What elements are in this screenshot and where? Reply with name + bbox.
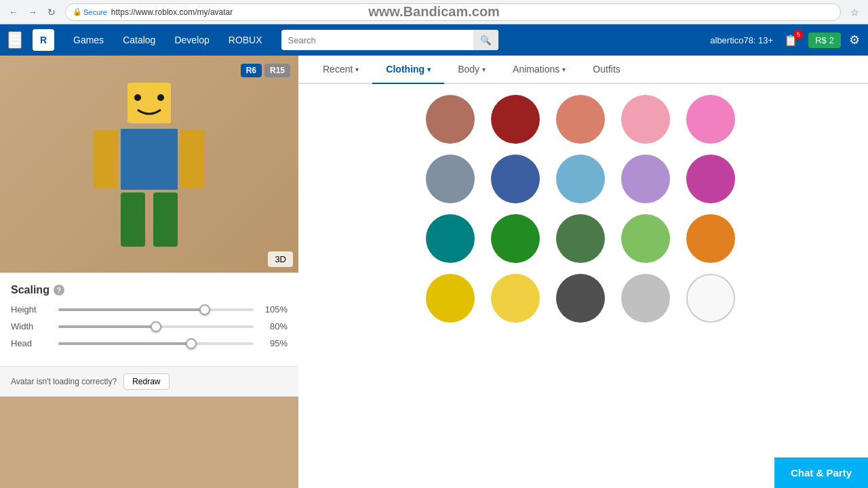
right-panel: Recent ▾ Clothing ▾ Body ▾ Animations ▾ …: [298, 56, 868, 488]
animations-chevron-icon: ▾: [562, 66, 566, 73]
notifications-button[interactable]: 📋 5: [781, 31, 800, 49]
tab-animations[interactable]: Animations ▾: [499, 56, 579, 84]
scaling-section: Scaling ? Height 105% Width 80%: [0, 272, 298, 366]
tab-body[interactable]: Body ▾: [444, 56, 499, 84]
color-salmon[interactable]: [556, 95, 605, 144]
forward-button[interactable]: →: [24, 4, 41, 20]
color-pink[interactable]: [686, 95, 735, 144]
height-slider-fill: [58, 308, 205, 311]
color-grid-area: [298, 84, 868, 461]
bookmark-button[interactable]: ☆: [846, 4, 863, 20]
refresh-button[interactable]: ↻: [43, 4, 60, 20]
head-slider-fill: [58, 342, 191, 345]
tabs-bar: Recent ▾ Clothing ▾ Body ▾ Animations ▾ …: [298, 56, 868, 84]
scaling-info-icon[interactable]: ?: [54, 285, 64, 296]
height-value: 105%: [260, 304, 288, 314]
notification-badge: 5: [793, 30, 803, 39]
width-label: Width: [11, 321, 52, 331]
settings-button[interactable]: ⚙: [849, 33, 860, 47]
svg-rect-0: [127, 83, 171, 123]
svg-point-2: [157, 94, 164, 101]
head-value: 95%: [260, 338, 288, 348]
clothing-chevron-icon: ▾: [427, 66, 431, 73]
browser-nav-btns: ← → ↻: [5, 4, 60, 20]
head-slider-thumb[interactable]: [186, 338, 197, 349]
width-slider-thumb[interactable]: [151, 321, 161, 332]
nav-catalog[interactable]: Catalog: [115, 30, 163, 49]
secure-badge: 🔒 Secure: [73, 7, 107, 16]
back-button[interactable]: ←: [5, 4, 22, 20]
color-dark-gray[interactable]: [556, 274, 605, 323]
color-grid: [320, 95, 846, 323]
color-dark-green[interactable]: [556, 214, 605, 263]
color-mauve[interactable]: [426, 95, 475, 144]
width-slider-fill: [58, 325, 156, 328]
nav-games[interactable]: Games: [65, 30, 112, 49]
color-orange[interactable]: [686, 214, 735, 263]
svg-rect-7: [153, 192, 178, 247]
svg-rect-6: [121, 192, 145, 247]
svg-point-1: [134, 94, 141, 101]
color-blue[interactable]: [491, 155, 540, 203]
avatar-error-text: Avatar isn't loading correctly?: [11, 377, 117, 386]
color-light-gray[interactable]: [621, 274, 670, 323]
view-3d-button[interactable]: 3D: [268, 251, 293, 267]
avatar-error-bar: Avatar isn't loading correctly? Redraw: [0, 366, 298, 396]
color-light-green[interactable]: [621, 214, 670, 263]
color-dark-red[interactable]: [491, 95, 540, 144]
color-steel-blue[interactable]: [426, 155, 475, 203]
width-slider-row: Width 80%: [11, 321, 288, 331]
color-yellow[interactable]: [491, 274, 540, 323]
scaling-title: Scaling ?: [11, 284, 288, 296]
head-label: Head: [11, 338, 52, 348]
height-slider-track: [58, 308, 254, 311]
search-input[interactable]: [281, 35, 473, 45]
color-lavender[interactable]: [621, 155, 670, 203]
color-yellow-dark[interactable]: [426, 274, 475, 323]
width-value: 80%: [260, 321, 288, 331]
chat-party-button[interactable]: Chat & Party: [774, 458, 868, 488]
search-button[interactable]: 🔍: [473, 30, 498, 50]
width-slider-track: [58, 325, 254, 328]
tab-outfits[interactable]: Outfits: [579, 56, 633, 84]
redraw-button[interactable]: Redraw: [123, 373, 169, 390]
robux-count: 2: [829, 35, 834, 45]
color-light-pink[interactable]: [621, 95, 670, 144]
search-bar: 🔍: [281, 30, 498, 50]
avatar-badges: R6 R15: [241, 64, 290, 77]
color-light-blue[interactable]: [556, 155, 605, 203]
roblox-logo[interactable]: R: [33, 29, 54, 51]
nav-develop[interactable]: Develop: [166, 30, 217, 49]
r6-badge-button[interactable]: R6: [241, 64, 262, 77]
height-label: Height: [11, 304, 52, 314]
color-teal[interactable]: [426, 214, 475, 263]
main-content: R6 R15 3D: [0, 56, 868, 488]
svg-rect-5: [180, 130, 205, 188]
recent-chevron-icon: ▾: [355, 66, 359, 73]
address-bar[interactable]: 🔒 Secure https://www.roblox.com/my/avata…: [65, 3, 841, 21]
r15-badge-button[interactable]: R15: [264, 64, 290, 77]
avatar-figure: [81, 69, 217, 259]
color-magenta[interactable]: [686, 155, 735, 203]
username[interactable]: albertico78: 13+: [710, 35, 773, 45]
tab-recent[interactable]: Recent ▾: [309, 56, 372, 84]
robux-button[interactable]: R$ 2: [808, 33, 841, 48]
browser-actions: ☆: [846, 4, 863, 20]
tab-clothing[interactable]: Clothing ▾: [372, 56, 444, 84]
avatar-canvas: R6 R15 3D: [0, 56, 298, 272]
head-slider-row: Head 95%: [11, 338, 288, 348]
nav-robux[interactable]: ROBUX: [220, 30, 271, 49]
color-green[interactable]: [491, 214, 540, 263]
svg-rect-4: [94, 130, 118, 188]
url-text: https://www.roblox.com/my/avatar: [111, 7, 233, 17]
color-white[interactable]: [686, 274, 735, 323]
roblox-nav: ☰ R Games Catalog Develop ROBUX 🔍 albert…: [0, 24, 868, 56]
svg-rect-3: [121, 129, 178, 190]
browser-bar: ← → ↻ 🔒 Secure https://www.roblox.com/my…: [0, 0, 868, 24]
hamburger-menu[interactable]: ☰: [8, 31, 22, 49]
nav-right: albertico78: 13+ 📋 5 R$ 2 ⚙: [710, 31, 860, 49]
head-slider-track: [58, 342, 254, 345]
avatar-panel: R6 R15 3D: [0, 56, 298, 488]
nav-links: Games Catalog Develop ROBUX: [65, 30, 271, 49]
height-slider-thumb[interactable]: [199, 304, 210, 315]
